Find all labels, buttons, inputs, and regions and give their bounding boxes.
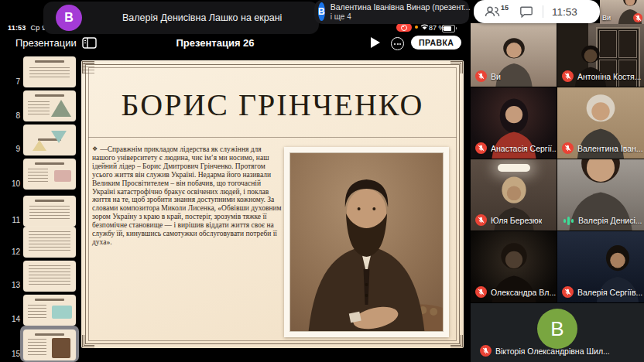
meet-status-pill: 15 11:53 bbox=[474, 0, 600, 23]
sidebar-toggle-icon[interactable] bbox=[82, 37, 97, 49]
mic-muted-icon bbox=[475, 214, 487, 226]
slide-thumbnail-9[interactable] bbox=[23, 125, 76, 155]
presenting-banner[interactable]: B Валерія Денисівна Лашко на екрані bbox=[43, 2, 319, 34]
participants-button[interactable]: 15 bbox=[485, 6, 508, 17]
slide-number: 8 bbox=[6, 111, 20, 120]
participant-tile[interactable]: Валентина Іван... bbox=[557, 87, 644, 159]
participant-name: Валентина Іван... bbox=[577, 144, 643, 153]
thumb-art bbox=[33, 140, 46, 151]
slide-thumbnail-10[interactable] bbox=[23, 159, 76, 190]
play-presentation-icon[interactable] bbox=[371, 37, 380, 48]
participant-tile[interactable]: Анастасія Сергії... bbox=[471, 87, 557, 159]
self-view-mini-tile[interactable]: Ви bbox=[600, 0, 644, 24]
orange-dot-icon bbox=[415, 26, 418, 29]
speaking-indicator-icon bbox=[562, 215, 574, 226]
mic-muted-icon bbox=[480, 345, 492, 357]
participant-name: Ви bbox=[602, 14, 611, 22]
thumb-art bbox=[35, 333, 64, 336]
thumb-art bbox=[28, 169, 48, 184]
document-title[interactable]: Презентация 26 bbox=[122, 37, 308, 49]
recording-indicator-icon bbox=[396, 23, 412, 32]
thumb-art bbox=[28, 305, 46, 320]
notification-line2: і ще 4 bbox=[331, 12, 471, 21]
corner-ornament bbox=[82, 335, 94, 347]
chat-button[interactable] bbox=[520, 6, 533, 18]
more-options-icon[interactable] bbox=[391, 37, 404, 50]
slide-number: 14 bbox=[3, 315, 20, 323]
participant-avatar: В bbox=[537, 309, 577, 349]
slide-thumbnail-15-selected[interactable] bbox=[23, 330, 76, 360]
slide-thumbnail-11[interactable] bbox=[23, 196, 76, 227]
thumb-art bbox=[29, 265, 70, 287]
edit-button[interactable]: ПРАВКА bbox=[411, 36, 461, 50]
device-time: 11:53 bbox=[8, 24, 26, 32]
corner-ornament bbox=[450, 335, 463, 347]
participant-name: Анастасія Сергії... bbox=[491, 144, 557, 153]
battery-icon bbox=[442, 25, 455, 32]
bullet-glyph: ❖ bbox=[92, 145, 98, 154]
slide-body-text: ❖—Справжнім прикладом лідерства як служі… bbox=[92, 145, 283, 247]
participant-tile[interactable]: В Вікторія Олександрівна Шил... bbox=[471, 303, 644, 362]
participant-name: Антоніна Костя... bbox=[577, 72, 641, 81]
chat-icon bbox=[520, 6, 533, 18]
thumb-art bbox=[29, 67, 70, 80]
mic-muted-icon bbox=[562, 286, 574, 298]
participant-tile[interactable]: Ви bbox=[471, 23, 557, 87]
slide-number: 13 bbox=[3, 281, 20, 289]
slide-number: 11 bbox=[3, 216, 20, 224]
thumb-art bbox=[28, 339, 46, 357]
back-to-presentations-button[interactable]: Презентации bbox=[15, 37, 77, 49]
presenting-banner-text: Валерія Денисівна Лашко на екрані bbox=[122, 12, 282, 23]
thumb-art bbox=[28, 101, 50, 115]
title-divider bbox=[88, 137, 457, 138]
presenter-avatar: B bbox=[56, 5, 82, 31]
people-icon bbox=[485, 6, 500, 17]
hrinchenko-portrait-illustration bbox=[290, 153, 443, 331]
participant-tile[interactable]: Юля Березюк bbox=[471, 159, 557, 231]
notification-banner[interactable]: B Валентина Іванівна Винар (презент... і… bbox=[314, 0, 469, 24]
wifi-icon bbox=[420, 23, 429, 30]
notification-line1: Валентина Іванівна Винар (презент... bbox=[331, 2, 471, 12]
participant-tile[interactable]: Антоніна Костя... bbox=[557, 23, 644, 87]
participant-tile[interactable]: Олександра Вл... bbox=[471, 231, 557, 302]
thumb-art bbox=[35, 60, 64, 63]
thumb-art bbox=[35, 299, 64, 301]
participant-name: Валерія Сергіїв... bbox=[577, 288, 642, 297]
slide-number: 10 bbox=[3, 179, 20, 188]
slide-title: БОРИС ГРІНЧЕНКО bbox=[81, 90, 464, 121]
slide-canvas[interactable]: БОРИС ГРІНЧЕНКО ❖—Справжнім прикладом лі… bbox=[81, 60, 464, 348]
thumb-art bbox=[29, 231, 70, 253]
slide-thumbnail-8[interactable] bbox=[23, 90, 76, 121]
thumb-art bbox=[51, 100, 71, 117]
slide-number: 7 bbox=[6, 77, 20, 86]
participant-tile-speaking[interactable]: Валерія Денисі... bbox=[557, 159, 644, 231]
mic-muted-icon bbox=[475, 142, 487, 154]
slide-number: 15 bbox=[3, 350, 20, 358]
thumb-art bbox=[52, 306, 72, 319]
thumb-art bbox=[29, 206, 70, 221]
mic-muted-icon bbox=[475, 70, 487, 82]
portrait-photo-inner bbox=[289, 152, 444, 332]
slide-number: 9 bbox=[6, 145, 20, 153]
participant-name: Валерія Денисі... bbox=[578, 216, 642, 225]
participant-name: Юля Березюк bbox=[491, 216, 542, 225]
slide-thumbnail-12[interactable] bbox=[23, 227, 76, 258]
slide-paragraph: —Справжнім прикладом лідерства як служін… bbox=[92, 145, 282, 246]
thumb-art bbox=[51, 131, 67, 143]
pill-divider bbox=[543, 5, 543, 18]
thumb-art bbox=[35, 200, 64, 202]
slide-thumbnail-7[interactable] bbox=[23, 56, 76, 87]
meet-screen: 11:53Ср 9 дек. 87 % Презентации Презента… bbox=[0, 0, 644, 362]
meet-clock: 11:53 bbox=[552, 6, 577, 18]
slide-thumbnail-14[interactable] bbox=[23, 295, 76, 326]
mic-muted-icon bbox=[475, 286, 487, 298]
thumb-art bbox=[54, 170, 71, 182]
participant-tile[interactable]: Валерія Сергіїв... bbox=[557, 231, 644, 302]
thumb-art bbox=[35, 162, 64, 165]
thumb-art bbox=[52, 338, 70, 358]
thumb-art bbox=[35, 94, 64, 97]
participant-name: Олександра Вл... bbox=[491, 288, 556, 297]
mic-muted-icon bbox=[562, 142, 574, 154]
slide-thumbnail-13[interactable] bbox=[23, 261, 76, 292]
portrait-photo bbox=[284, 147, 449, 337]
